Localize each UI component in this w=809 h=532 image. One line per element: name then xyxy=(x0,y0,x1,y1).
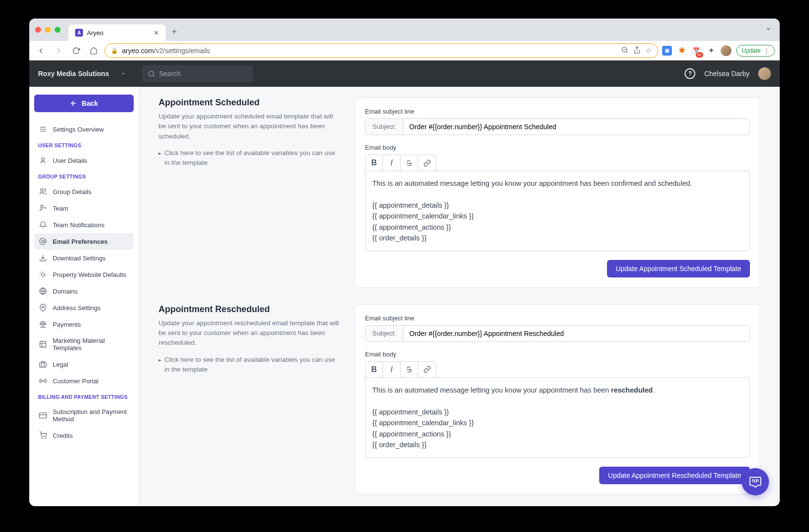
credit-card-icon xyxy=(39,412,47,419)
nav-reload-button[interactable] xyxy=(69,44,83,58)
svg-point-12 xyxy=(40,205,43,208)
sidebar-item-label: Credits xyxy=(53,432,73,439)
svg-point-15 xyxy=(41,240,44,242)
svg-point-31 xyxy=(42,380,44,382)
map-pin-icon xyxy=(39,304,47,312)
user-icon xyxy=(39,157,47,164)
body-editor[interactable]: This is an automated message letting you… xyxy=(365,171,750,251)
extension-zoom-icon[interactable]: ▣ xyxy=(662,46,672,56)
svg-point-26 xyxy=(42,306,44,308)
sidebar-item-label: Email Preferences xyxy=(53,238,108,245)
link-button[interactable] xyxy=(418,362,436,377)
sidebar-item-label: Domains xyxy=(53,288,78,295)
sidebar-item-group-details[interactable]: Group Details xyxy=(34,183,134,200)
variables-disclosure[interactable]: Click here to see the list of available … xyxy=(159,355,339,375)
sidebar-item-subscription[interactable]: Subscription and Payment Method xyxy=(34,404,134,427)
kebab-icon: ⋮ xyxy=(764,47,769,54)
sidebar-item-customer-portal[interactable]: Customer Portal xyxy=(34,373,134,389)
browser-tab[interactable]: A Aryeo ✕ xyxy=(68,24,166,41)
update-template-button[interactable]: Update Appointment Rescheduled Template xyxy=(599,467,750,484)
body-line: {{ order_details }} xyxy=(372,233,743,243)
tab-title: Aryeo xyxy=(87,29,103,37)
subject-input[interactable] xyxy=(404,326,749,341)
body-line: {{ order_details }} xyxy=(372,439,743,450)
subject-input[interactable] xyxy=(404,119,749,135)
link-button[interactable] xyxy=(418,155,436,171)
body-heading: Email body xyxy=(365,144,750,151)
sidebar-item-team-notifications[interactable]: Team Notifications xyxy=(34,217,134,233)
svg-point-17 xyxy=(41,273,45,276)
subject-row: Subject: xyxy=(365,118,750,135)
window-minimize-button[interactable] xyxy=(45,27,51,33)
window-zoom-button[interactable] xyxy=(55,27,61,33)
body-line: This is an automated message letting you… xyxy=(372,385,743,395)
app-topbar: Roxy Media Solutions Search ? Chelsea Da… xyxy=(29,60,780,87)
sidebar-item-marketing-templates[interactable]: Marketing Material Templates xyxy=(34,333,134,356)
strikethrough-button[interactable] xyxy=(401,362,418,377)
address-bar[interactable]: 🔒 aryeo.com/v2/settings/emails ☆ xyxy=(104,43,658,58)
section-description: Update your appointment scheduled email … xyxy=(159,112,339,141)
sidebar-item-team[interactable]: Team xyxy=(34,200,134,217)
sidebar-item-label: Group Details xyxy=(53,188,91,196)
update-template-button[interactable]: Update Appointment Scheduled Template xyxy=(607,260,750,277)
extension-loom-icon[interactable]: ✱ xyxy=(677,46,687,56)
sidebar-item-payments[interactable]: Payments xyxy=(34,316,134,333)
layout-icon xyxy=(39,340,47,348)
menu-icon xyxy=(39,125,47,133)
body-line: This is an automated message letting you… xyxy=(372,178,743,189)
sidebar-item-legal[interactable]: Legal xyxy=(34,356,134,373)
sidebar-item-property-website-defaults[interactable]: Property Website Defaults xyxy=(34,266,134,283)
sidebar-item-credits[interactable]: Credits xyxy=(34,427,134,444)
cart-icon xyxy=(39,432,47,439)
back-button[interactable]: Back xyxy=(34,95,134,112)
body-line: {{ appointment_actions }} xyxy=(372,429,743,439)
bookmark-star-icon[interactable]: ☆ xyxy=(646,46,652,55)
italic-button[interactable]: I xyxy=(383,155,401,171)
share-icon[interactable] xyxy=(633,46,641,55)
sidebar-item-email-preferences[interactable]: Email Preferences xyxy=(34,233,134,250)
italic-button[interactable]: I xyxy=(383,362,401,377)
briefcase-icon xyxy=(39,360,47,368)
bold-button[interactable]: B xyxy=(365,362,383,377)
zoom-icon[interactable] xyxy=(621,46,628,55)
sidebar-item-label: Team Notifications xyxy=(53,221,104,229)
scale-icon xyxy=(39,320,47,328)
window-close-button[interactable] xyxy=(35,27,41,33)
bold-button[interactable]: B xyxy=(365,155,383,171)
org-name: Roxy Media Solutions xyxy=(38,70,109,78)
wysiwyg-toolbar: B I xyxy=(365,155,436,171)
close-tab-icon[interactable]: ✕ xyxy=(154,29,159,37)
extension-calendar-icon[interactable]: 📅 xyxy=(691,46,701,56)
extensions-menu-icon[interactable]: ✦ xyxy=(706,46,716,56)
variables-disclosure[interactable]: Click here to see the list of available … xyxy=(159,148,339,168)
svg-rect-30 xyxy=(40,363,46,367)
browser-update-button[interactable]: Update⋮ xyxy=(736,45,775,57)
url-text: aryeo.com/v2/settings/emails xyxy=(122,47,210,55)
intercom-launcher[interactable] xyxy=(742,468,769,495)
org-switcher[interactable]: Roxy Media Solutions xyxy=(38,70,133,78)
svg-line-5 xyxy=(153,75,154,77)
sidebar-item-domains[interactable]: Domains xyxy=(34,283,134,299)
tabs-dropdown-icon[interactable] xyxy=(763,23,774,36)
sidebar-item-download-settings[interactable]: Download Settings xyxy=(34,250,134,266)
help-button[interactable]: ? xyxy=(685,68,695,79)
settings-sidebar: Back Settings Overview USER SETTINGS Use… xyxy=(29,87,139,506)
svg-line-21 xyxy=(45,276,45,277)
user-name: Chelsea Darby xyxy=(704,70,749,78)
chrome-tab-strip: A Aryeo ✕ + xyxy=(29,19,780,41)
sidebar-item-label: Legal xyxy=(53,361,68,368)
main-content: Appointment Scheduled Update your appoin… xyxy=(139,87,780,506)
user-avatar[interactable] xyxy=(758,67,771,80)
nav-home-button[interactable] xyxy=(87,44,101,58)
nav-forward-button[interactable] xyxy=(52,44,65,58)
new-tab-button[interactable]: + xyxy=(168,25,181,39)
strikethrough-button[interactable] xyxy=(401,155,418,171)
section-appointment-rescheduled: Appointment Rescheduled Update your appo… xyxy=(159,304,760,494)
sidebar-item-overview[interactable]: Settings Overview xyxy=(34,121,134,138)
nav-back-button[interactable] xyxy=(34,44,48,58)
search-input[interactable]: Search xyxy=(142,65,253,82)
body-editor[interactable]: This is an automated message letting you… xyxy=(365,377,750,458)
sidebar-item-user-details[interactable]: User Details xyxy=(34,152,134,169)
profile-avatar[interactable] xyxy=(721,45,731,56)
sidebar-item-address-settings[interactable]: Address Settings xyxy=(34,299,134,316)
